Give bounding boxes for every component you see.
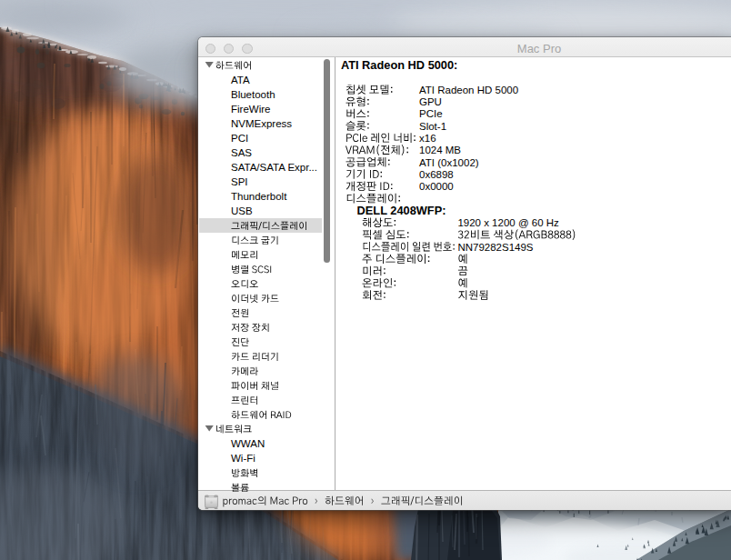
svg-text:FireWire: FireWire	[231, 104, 270, 115]
svg-text:SATA/SATA Expr...: SATA/SATA Expr...	[231, 162, 317, 173]
svg-text:0x6898: 0x6898	[419, 169, 454, 180]
svg-text:Mac Pro: Mac Pro	[517, 42, 561, 55]
svg-text:Wi-Fi: Wi-Fi	[231, 453, 255, 464]
svg-text:SPI: SPI	[231, 176, 248, 187]
svg-text:Slot-1: Slot-1	[419, 121, 446, 132]
svg-text:ATI Radeon HD 5000: ATI Radeon HD 5000	[419, 85, 518, 95]
svg-text:ATI (0x1002): ATI (0x1002)	[419, 157, 479, 168]
svg-text:GPU: GPU	[419, 96, 442, 107]
svg-text:DELL 2408WFP:: DELL 2408WFP:	[357, 204, 446, 217]
svg-text:NVMExpress: NVMExpress	[231, 118, 292, 129]
svg-text:0x0000: 0x0000	[419, 181, 454, 192]
svg-text:ATA: ATA	[231, 75, 250, 85]
svg-text:1920 x 1200 @ 60 Hz: 1920 x 1200 @ 60 Hz	[457, 217, 559, 228]
svg-text:ATI Radeon HD 5000:: ATI Radeon HD 5000:	[341, 58, 457, 72]
svg-text:Bluetooth: Bluetooth	[231, 89, 275, 100]
svg-text:SAS: SAS	[231, 147, 252, 158]
svg-text:PCIe: PCIe	[419, 108, 443, 119]
svg-text:WWAN: WWAN	[231, 438, 265, 449]
svg-text:1024 MB: 1024 MB	[419, 145, 461, 155]
svg-text:Thunderbolt: Thunderbolt	[231, 191, 287, 202]
svg-text:USB: USB	[231, 205, 253, 216]
svg-text:NN79282S149S: NN79282S149S	[457, 242, 533, 253]
svg-text:PCI: PCI	[231, 133, 248, 144]
svg-text:x16: x16	[419, 133, 436, 144]
